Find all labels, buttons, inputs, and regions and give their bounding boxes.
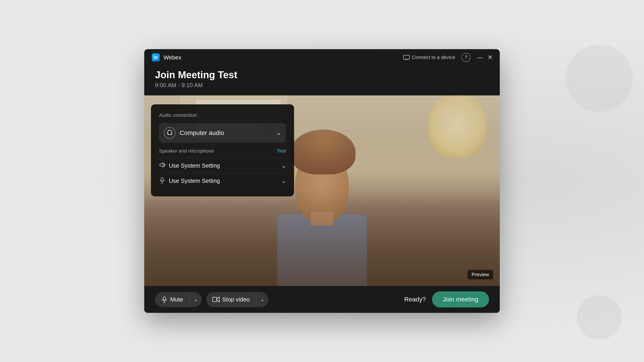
stop-video-chevron[interactable]: ⌄ xyxy=(256,293,268,306)
stop-video-icon xyxy=(212,297,220,302)
svg-rect-10 xyxy=(161,177,163,181)
app-window: W Webex Connect to a device ? — xyxy=(144,49,500,313)
help-button[interactable]: ? xyxy=(462,53,470,62)
mute-main: Mute xyxy=(155,292,190,307)
mute-chevron-icon: ⌄ xyxy=(194,297,198,302)
svg-text:W: W xyxy=(154,55,158,60)
meeting-time: 9:00 AM - 9:10 AM xyxy=(155,82,489,89)
bottom-bar: Mute ⌄ Stop video ⌄ xyxy=(144,286,500,313)
bg-decoration-2 xyxy=(577,295,622,340)
bottom-right-controls: Ready? Join meeting xyxy=(404,291,489,308)
title-bar-left: W Webex xyxy=(152,53,181,62)
light-fixture xyxy=(428,95,486,158)
title-bar-right: Connect to a device ? — ✕ xyxy=(404,53,492,62)
audio-panel: Audio connection Computer audio xyxy=(151,104,294,196)
bg-decoration-1 xyxy=(566,45,633,112)
computer-audio-chevron-icon: ⌄ xyxy=(276,130,281,136)
preview-badge: Preview xyxy=(468,270,493,279)
svg-marker-17 xyxy=(217,297,219,302)
meeting-header: Join Meeting Test 9:00 AM - 9:10 AM xyxy=(144,66,500,95)
computer-audio-text: Computer audio xyxy=(180,129,224,137)
stop-video-main: Stop video xyxy=(206,292,256,307)
mute-label: Mute xyxy=(170,296,183,303)
close-button[interactable]: ✕ xyxy=(488,54,492,60)
mic-icon xyxy=(159,177,165,185)
bottom-left-controls: Mute ⌄ Stop video ⌄ xyxy=(155,292,268,307)
svg-rect-16 xyxy=(213,297,217,302)
main-content: Preview Audio connection xyxy=(144,95,500,286)
speaker-mic-section: Speaker and microphone Test xyxy=(159,148,286,154)
connect-device-label: Connect to a device xyxy=(412,54,455,60)
ready-text: Ready? xyxy=(404,296,426,303)
meeting-title: Join Meeting Test xyxy=(155,69,489,80)
headset-icon xyxy=(164,127,176,139)
stop-video-button[interactable]: Stop video ⌄ xyxy=(206,292,268,307)
mute-chevron[interactable]: ⌄ xyxy=(190,293,202,306)
test-link[interactable]: Test xyxy=(277,148,286,154)
window-controls: — ✕ xyxy=(477,54,492,60)
computer-audio-row[interactable]: Computer audio ⌄ xyxy=(159,123,286,143)
monitor-icon xyxy=(404,55,410,60)
minimize-button[interactable]: — xyxy=(477,54,483,60)
speaker-mic-label: Speaker and microphone xyxy=(159,148,214,154)
svg-rect-2 xyxy=(404,55,410,59)
join-meeting-button[interactable]: Join meeting xyxy=(432,291,489,308)
svg-marker-9 xyxy=(160,163,163,167)
mic-setting-text: Use System Setting xyxy=(169,177,220,184)
stop-video-label: Stop video xyxy=(222,296,250,303)
svg-rect-7 xyxy=(168,133,168,135)
mic-chevron-icon: ⌄ xyxy=(282,178,286,184)
speaker-chevron-icon: ⌄ xyxy=(282,163,286,169)
mic-setting-left: Use System Setting xyxy=(159,177,220,185)
audio-connection-label: Audio connection xyxy=(159,112,286,118)
title-bar: W Webex Connect to a device ? — xyxy=(144,49,500,66)
mute-mic-icon xyxy=(161,296,168,303)
mic-setting-row[interactable]: Use System Setting ⌄ xyxy=(159,173,286,188)
webex-logo: W xyxy=(152,53,160,62)
svg-rect-13 xyxy=(163,297,166,300)
speaker-icon xyxy=(159,162,165,170)
computer-audio-left: Computer audio xyxy=(164,127,224,139)
svg-rect-8 xyxy=(171,133,172,135)
help-icon: ? xyxy=(465,54,467,60)
speaker-setting-text: Use System Setting xyxy=(169,162,220,169)
app-title: Webex xyxy=(164,54,181,61)
connect-device-button[interactable]: Connect to a device xyxy=(404,54,455,60)
speaker-setting-row[interactable]: Use System Setting ⌄ xyxy=(159,158,286,173)
speaker-setting-left: Use System Setting xyxy=(159,162,220,170)
video-area: Preview Audio connection xyxy=(144,95,500,286)
mute-button[interactable]: Mute ⌄ xyxy=(155,292,202,307)
stop-video-chevron-icon: ⌄ xyxy=(260,297,264,302)
